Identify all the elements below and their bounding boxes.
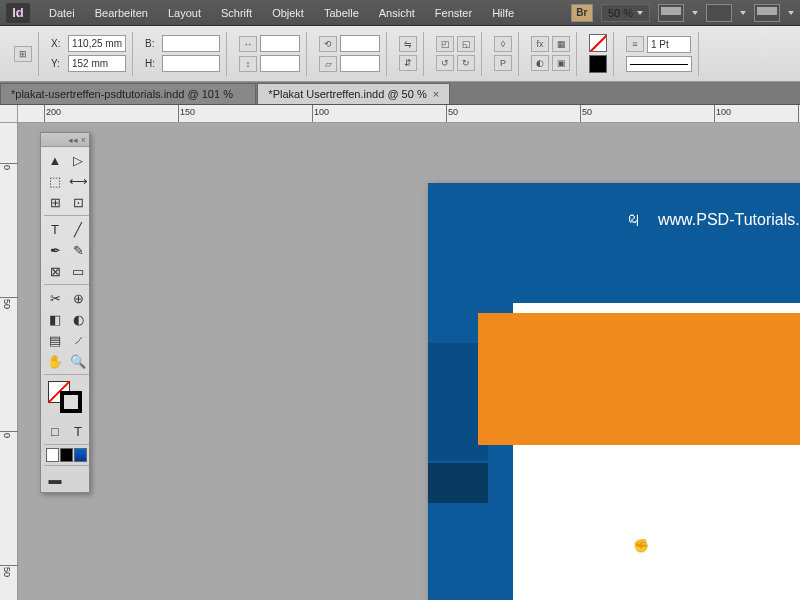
bridge-icon[interactable]: Br	[571, 4, 593, 22]
scale-y-icon[interactable]: ↕	[239, 56, 257, 72]
pencil-tool[interactable]: ✎	[67, 240, 89, 260]
chevron-down-icon	[637, 11, 643, 15]
menu-tabelle[interactable]: Tabelle	[315, 3, 368, 23]
gradient-swatch-tool[interactable]: ◧	[44, 309, 66, 329]
page-url-text: www.PSD-Tutorials.de	[658, 211, 800, 229]
select-container-icon[interactable]: ◰	[436, 36, 454, 52]
stroke-weight-icon: ≡	[626, 36, 644, 52]
width-label: B:	[145, 38, 159, 49]
scissors-tool[interactable]: ✂	[44, 288, 66, 308]
shear-icon[interactable]: ▱	[319, 56, 337, 72]
rotate-90cw-icon[interactable]: ↻	[457, 55, 475, 71]
fill-stroke-proxy[interactable]	[46, 381, 87, 417]
selection-tool[interactable]: ▲	[44, 150, 66, 170]
flip-v-icon[interactable]: ⇵	[399, 55, 417, 71]
select-content-icon[interactable]: ◱	[457, 36, 475, 52]
note-tool[interactable]: ▤	[44, 330, 66, 350]
gap-tool[interactable]: ⟷	[67, 171, 89, 191]
free-transform-tool[interactable]: ⊕	[67, 288, 89, 308]
tab-label: *Plakat Usertreffen.indd @ 50 %	[268, 88, 426, 100]
formatting-text-icon[interactable]: T	[67, 421, 89, 441]
menu-ansicht[interactable]: Ansicht	[370, 3, 424, 23]
hand-tool[interactable]: ✋	[44, 351, 66, 371]
scale-x-icon[interactable]: ↔	[239, 36, 257, 52]
page: ᤓ www.PSD-Tutorials.de ✊	[428, 183, 800, 600]
x-label: X:	[51, 38, 65, 49]
document-tab[interactable]: *plakat-usertreffen-psdtutorials.indd @ …	[0, 83, 256, 104]
content-collector-tool[interactable]: ⊞	[44, 192, 66, 212]
chevron-down-icon[interactable]	[788, 11, 794, 15]
opacity-icon[interactable]: ◐	[531, 55, 549, 71]
object-styles-icon[interactable]: ▣	[552, 55, 570, 71]
reference-point-icon[interactable]: ⊞	[14, 46, 32, 62]
white-rectangle-2	[513, 473, 800, 600]
apply-none-swatch[interactable]	[46, 448, 59, 462]
close-icon[interactable]: ×	[433, 88, 439, 100]
line-tool[interactable]: ╱	[67, 219, 89, 239]
zoom-value: 50 %	[608, 7, 633, 19]
fill-swatch[interactable]	[589, 34, 607, 52]
height-label: H:	[145, 58, 159, 69]
vertical-ruler[interactable]: 050050	[0, 105, 18, 600]
tools-panel-header[interactable]: ◂◂ ×	[41, 133, 89, 147]
screen-mode-icon[interactable]	[658, 4, 684, 22]
close-icon[interactable]: ×	[239, 88, 245, 100]
arrange-documents-icon[interactable]	[706, 4, 732, 22]
width-input[interactable]	[162, 35, 220, 52]
pen-tool[interactable]: ✒	[44, 240, 66, 260]
rotate-input[interactable]	[340, 35, 380, 52]
chevron-down-icon[interactable]	[692, 11, 698, 15]
collapse-icon[interactable]: ◂◂	[68, 135, 78, 145]
effects-icon[interactable]: fx	[531, 36, 549, 52]
document-tab[interactable]: *Plakat Usertreffen.indd @ 50 % ×	[257, 83, 450, 104]
control-panel: ⊞ X: Y: B: H: ↔ ↕ ⟲ ▱ ⇋ ⇵ ◰◱ ↺↻	[0, 26, 800, 82]
scale-y-input[interactable]	[260, 55, 300, 72]
ruler-origin[interactable]	[0, 105, 18, 123]
x-input[interactable]	[68, 35, 126, 52]
apply-gradient-swatch[interactable]	[74, 448, 87, 462]
scale-x-input[interactable]	[260, 35, 300, 52]
menu-fenster[interactable]: Fenster	[426, 3, 481, 23]
rotate-90ccw-icon[interactable]: ↺	[436, 55, 454, 71]
dark-blue-rectangle	[428, 463, 488, 503]
page-tool[interactable]: ⬚	[44, 171, 66, 191]
document-canvas[interactable]: ᤓ www.PSD-Tutorials.de ✊	[18, 123, 800, 600]
app-logo-icon: Id	[6, 3, 30, 23]
rotate-icon[interactable]: ⟲	[319, 36, 337, 52]
menu-objekt[interactable]: Objekt	[263, 3, 313, 23]
type-tool[interactable]: T	[44, 219, 66, 239]
apply-color-swatch[interactable]	[60, 448, 73, 462]
height-input[interactable]	[162, 55, 220, 72]
menu-hilfe[interactable]: Hilfe	[483, 3, 523, 23]
rectangle-tool[interactable]: ▭	[67, 261, 89, 281]
eyedropper-tool[interactable]: ⟋	[67, 330, 89, 350]
drop-shadow-icon[interactable]: ▦	[552, 36, 570, 52]
menubar: Id Datei Bearbeiten Layout Schrift Objek…	[0, 0, 800, 26]
view-mode-icon[interactable]: ▬	[44, 469, 66, 489]
close-icon[interactable]: ×	[81, 135, 86, 145]
menu-datei[interactable]: Datei	[40, 3, 84, 23]
fancy-corners-icon[interactable]: ◊	[494, 36, 512, 52]
y-input[interactable]	[68, 55, 126, 72]
text-run-icon[interactable]: P	[494, 55, 512, 71]
tab-label: *plakat-usertreffen-psdtutorials.indd @ …	[11, 88, 233, 100]
zoom-level-dropdown[interactable]: 50 %	[601, 4, 650, 22]
content-placer-tool[interactable]: ⊡	[67, 192, 89, 212]
view-options-icon[interactable]	[754, 4, 780, 22]
menu-schrift[interactable]: Schrift	[212, 3, 261, 23]
flip-h-icon[interactable]: ⇋	[399, 36, 417, 52]
direct-selection-tool[interactable]: ▷	[67, 150, 89, 170]
stroke-swatch[interactable]	[589, 55, 607, 73]
stroke-style-dropdown[interactable]	[626, 56, 692, 72]
zoom-tool[interactable]: 🔍	[67, 351, 89, 371]
horizontal-ruler[interactable]: 2001501005050100150	[18, 105, 800, 123]
gradient-feather-tool[interactable]: ◐	[67, 309, 89, 329]
rectangle-frame-tool[interactable]: ⊠	[44, 261, 66, 281]
chevron-down-icon[interactable]	[740, 11, 746, 15]
menu-layout[interactable]: Layout	[159, 3, 210, 23]
formatting-container-icon[interactable]: □	[44, 421, 66, 441]
stroke-weight-input[interactable]	[647, 36, 691, 53]
shear-input[interactable]	[340, 55, 380, 72]
stroke-proxy-icon[interactable]	[60, 391, 82, 413]
menu-bearbeiten[interactable]: Bearbeiten	[86, 3, 157, 23]
